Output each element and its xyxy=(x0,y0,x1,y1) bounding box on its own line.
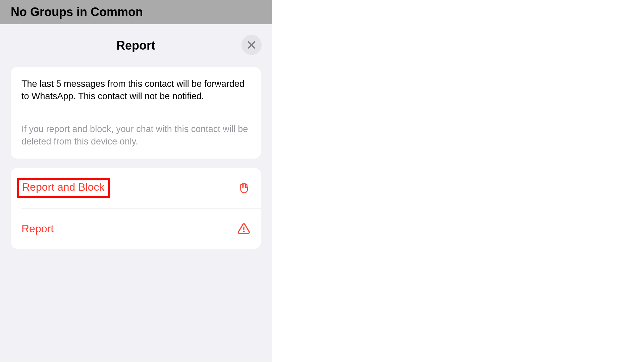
svg-point-3 xyxy=(244,231,244,232)
contact-info-backdrop: No Groups in Common xyxy=(0,0,272,24)
close-icon xyxy=(247,41,256,49)
report-button[interactable]: Report xyxy=(11,208,261,249)
annotation-highlight: Report and Block xyxy=(17,178,110,198)
report-label: Report xyxy=(21,223,54,235)
phone-panel: No Groups in Common Report The last 5 me… xyxy=(0,0,272,362)
sheet-title: Report xyxy=(116,39,155,53)
report-and-block-button[interactable]: Report and Block xyxy=(11,168,261,208)
close-button[interactable] xyxy=(241,35,262,55)
report-and-block-label: Report and Block xyxy=(22,181,104,193)
report-info-secondary: If you report and block, your chat with … xyxy=(21,123,250,148)
hand-stop-icon xyxy=(237,182,250,194)
warning-triangle-icon xyxy=(237,222,250,235)
sheet-header: Report xyxy=(0,24,272,67)
report-sheet: Report The last 5 messages from this con… xyxy=(0,24,272,362)
report-info-card: The last 5 messages from this contact wi… xyxy=(11,67,261,159)
no-groups-heading: No Groups in Common xyxy=(11,5,143,19)
report-actions-card: Report and Block Report xyxy=(11,168,261,249)
report-info-primary: The last 5 messages from this contact wi… xyxy=(21,78,250,103)
